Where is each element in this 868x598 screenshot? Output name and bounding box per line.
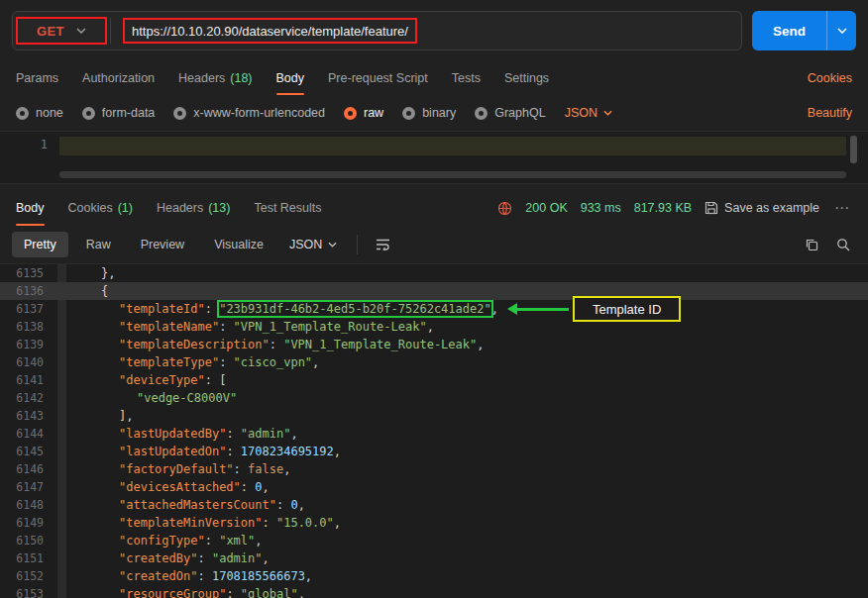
code-line: 6135}, (0, 264, 868, 282)
code-token: , (263, 480, 270, 494)
response-tab-cookies[interactable]: Cookies(1) (68, 190, 133, 226)
code-line: 6152"createdOn": 1708185566673, (0, 567, 868, 585)
code-token: "vedge-C8000V" (137, 391, 237, 405)
response-tab-headers[interactable]: Headers(13) (157, 190, 230, 226)
beautify-link[interactable]: Beautify (808, 106, 852, 120)
save-icon (705, 201, 718, 215)
search-icon (836, 238, 850, 251)
view-preview[interactable]: Preview (129, 232, 196, 257)
view-raw[interactable]: Raw (74, 232, 123, 257)
line-number: 6148 (0, 496, 55, 514)
save-as-example-button[interactable]: Save as example (705, 201, 819, 215)
code-line: 6137"templateId": "23b931df-46b2-4ed5-b2… (0, 300, 868, 318)
line-number: 6146 (0, 460, 55, 478)
view-pretty[interactable]: Pretty (12, 232, 68, 257)
code-token: "VPN_1_Template_Route-Leak" (283, 338, 477, 351)
request-url-bar: GET https://10.10.20.90/dataservice/temp… (0, 0, 868, 61)
tab-body[interactable]: Body (276, 61, 305, 95)
send-button[interactable]: Send (752, 11, 826, 50)
response-body: 6135},6136{6137"templateId": "23b931df-4… (0, 263, 868, 598)
copy-response-button[interactable] (799, 232, 824, 257)
response-status-cluster: 200 OK 933 ms 817.93 KB Save as example … (497, 199, 852, 217)
code-text: "lastUpdatedOn": 1708234695192, (73, 443, 341, 460)
response-time: 933 ms (581, 201, 621, 215)
code-line: 6144"lastUpdatedBy": "admin", (0, 425, 868, 443)
code-text: "createdBy": "admin", (73, 549, 270, 567)
line-number: 6150 (0, 532, 55, 549)
view-visualize[interactable]: Visualize (202, 232, 275, 257)
code-text: "configType": "xml", (73, 532, 263, 549)
method-dropdown[interactable]: GET (13, 12, 110, 50)
response-tab-test-results[interactable]: Test Results (254, 190, 321, 226)
response-code-lines: 6135},6136{6137"templateId": "23b931df-4… (0, 264, 868, 598)
code-text: "createdOn": 1708185566673, (73, 567, 312, 585)
code-line: 6143], (0, 407, 868, 425)
request-body-editor[interactable]: 1 (0, 131, 868, 184)
code-token: , (477, 338, 484, 351)
editor-vertical-scrollbar[interactable] (850, 136, 857, 163)
arrow-head-icon (507, 303, 517, 315)
headers-count: (18) (230, 71, 252, 85)
request-language-dropdown[interactable]: JSON (565, 106, 612, 120)
response-language-dropdown[interactable]: JSON (281, 233, 345, 256)
mode-x-www-form-urlencoded[interactable]: x-www-form-urlencoded (173, 106, 325, 120)
method-label: GET (37, 24, 64, 39)
code-token: , (298, 587, 305, 598)
code-token: "devicesAttached" (119, 480, 241, 494)
code-line: 6150"configType": "xml", (0, 532, 868, 549)
send-split-button: Send (752, 11, 856, 50)
mode-binary[interactable]: binary (402, 106, 456, 120)
radio-icon (82, 107, 95, 120)
view-bar-divider (357, 235, 358, 254)
code-token: : (241, 480, 255, 494)
cookies-count: (1) (118, 201, 133, 215)
code-token: , (491, 302, 498, 316)
code-token: , (305, 569, 312, 583)
code-line: 6138"templateName": "VPN_1_Template_Rout… (0, 318, 868, 336)
more-options-icon[interactable]: ⋯ (832, 199, 852, 217)
chevron-down-icon (837, 28, 847, 34)
tab-pre-request-script[interactable]: Pre-request Script (328, 61, 428, 95)
cookies-link[interactable]: Cookies (808, 71, 852, 85)
line-number: 6138 (0, 318, 55, 336)
tab-authorization[interactable]: Authorization (82, 61, 155, 95)
code-token: : (197, 551, 211, 565)
mode-raw[interactable]: raw (344, 106, 383, 120)
template-id-annotation-arrow (507, 303, 569, 315)
code-text: "templateMinVersion": "15.0.0", (73, 514, 341, 532)
search-response-button[interactable] (830, 232, 856, 257)
request-tabs: Params Authorization Headers(18) Body Pr… (0, 61, 868, 95)
line-number: 6137 (0, 300, 55, 318)
code-token: "resourceGroup" (119, 587, 226, 598)
mode-none[interactable]: none (16, 106, 63, 120)
code-token: : (205, 534, 219, 548)
code-token: 1708234695192 (241, 445, 334, 458)
code-token: "lastUpdatedBy" (119, 427, 226, 441)
code-line: 6146"factoryDefault": false, (0, 460, 868, 478)
code-token: : [ (205, 373, 227, 387)
url-text: https://10.10.20.90/dataservice/template… (132, 24, 408, 39)
code-line: 6142"vedge-C8000V" (0, 389, 868, 407)
response-tab-body[interactable]: Body (16, 190, 45, 226)
url-input[interactable]: https://10.10.20.90/dataservice/template… (127, 19, 413, 43)
url-divider (110, 18, 111, 44)
send-options-button[interactable] (826, 11, 856, 50)
tab-headers[interactable]: Headers(18) (178, 61, 252, 95)
response-headers-count: (13) (208, 201, 230, 215)
code-token: "createdOn" (119, 569, 197, 583)
line-number: 6143 (0, 407, 55, 425)
editor-horizontal-scrollbar[interactable] (59, 171, 846, 178)
chevron-down-icon (328, 242, 337, 248)
code-token: "cisco_vpn" (234, 355, 312, 369)
mode-form-data[interactable]: form-data (82, 106, 156, 120)
code-token: "templateId" (119, 302, 205, 316)
code-text: "templateType": "cisco_vpn", (73, 353, 319, 371)
tab-params[interactable]: Params (16, 61, 58, 95)
code-token: "templateDescription" (119, 338, 270, 351)
code-token: "templateType" (119, 355, 219, 369)
wrap-lines-button[interactable] (370, 232, 395, 257)
tab-settings[interactable]: Settings (504, 61, 549, 95)
save-as-example-label: Save as example (724, 201, 819, 215)
mode-graphql[interactable]: GraphQL (475, 106, 545, 120)
tab-tests[interactable]: Tests (452, 61, 481, 95)
